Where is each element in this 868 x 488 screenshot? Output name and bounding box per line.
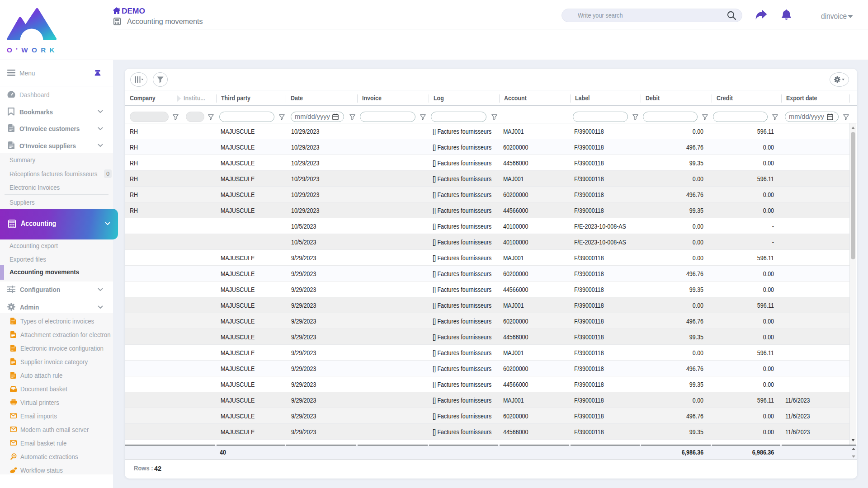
svg-text:O'WORK: O'WORK (7, 46, 58, 53)
